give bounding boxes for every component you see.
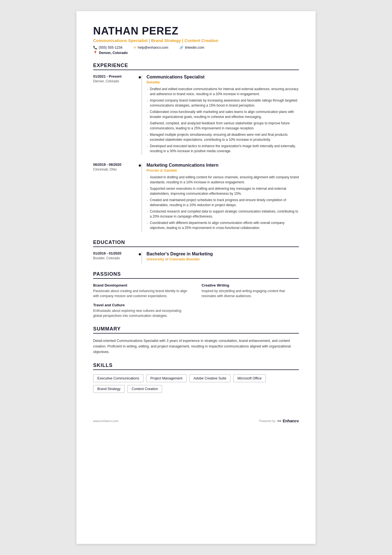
bullet: Assisted in drafting and editing content…	[147, 175, 299, 185]
job1-content: Communications Specialist Deloitte Draft…	[142, 75, 299, 155]
passions-grid: Brand Development Passionate about creat…	[93, 283, 299, 318]
timeline-dot	[139, 164, 141, 167]
bullet: Coordinated with different departments t…	[147, 220, 299, 230]
skill-tag-3: Adobe Creative Suite	[189, 374, 230, 382]
bullet: Conducted research and compiled data to …	[147, 209, 299, 219]
summary-text: Detail-oriented Communications Specialis…	[93, 338, 299, 355]
skill-tag-2: Project Management	[146, 374, 187, 382]
job2-company: Procter & Gamble	[147, 168, 299, 172]
job1-dates: 01/2021 - Present	[93, 75, 132, 78]
email-icon: ✉	[133, 46, 136, 50]
enhancv-brand-name: Enhancv	[283, 419, 299, 423]
phone-contact: 📞 (555) 555-1234	[93, 46, 122, 50]
email-contact: ✉ help@enhancv.com	[133, 46, 168, 50]
location: 📍 Denver, Colorado	[93, 51, 299, 55]
passion3-desc: Enthusiastic about exploring new culture…	[93, 308, 190, 318]
footer: www.enhancv.com Powered by ∾ Enhancv	[93, 415, 299, 424]
bullet: Improved company brand materials by incr…	[147, 98, 299, 108]
job1-location: Denver, Colorado	[93, 79, 132, 83]
summary-section-title: SUMMARY	[93, 326, 299, 334]
bullet: Supported senior executives in crafting …	[147, 186, 299, 196]
timeline-dot	[139, 253, 141, 255]
professional-title: Communications Specialist | Brand Strate…	[93, 38, 299, 43]
job2-location: Cincinnati, Ohio	[93, 167, 132, 171]
edu-content: Bachelor's Degree in Marketing Universit…	[142, 251, 299, 263]
full-name: NATHAN PEREZ	[93, 25, 299, 37]
skill-tag-6: Content Creation	[127, 385, 162, 393]
phone-icon: 📞	[93, 46, 97, 50]
powered-by-label: Powered by	[259, 419, 276, 423]
header: NATHAN PEREZ Communications Specialist |…	[93, 25, 299, 55]
experience-item-2: 06/2019 - 08/2020 Cincinnati, Ohio Marke…	[93, 163, 299, 232]
bullet: Collaborated cross-functionally with mar…	[147, 109, 299, 119]
email-address: help@enhancv.com	[138, 46, 168, 50]
job1-bullets: Drafted and edited executive communicati…	[147, 87, 299, 154]
linkedin-contact: 🔗 linkedin.com	[179, 46, 204, 50]
passions-section-title: PASSIONS	[93, 271, 299, 279]
experience-section: EXPERIENCE 01/2021 - Present Denver, Col…	[93, 63, 299, 232]
bullet: Created and maintained project schedules…	[147, 198, 299, 208]
edu-location: Boulder, Colorado	[93, 256, 132, 260]
footer-website: www.enhancv.com	[93, 419, 118, 423]
edu-degree: Bachelor's Degree in Marketing	[147, 251, 299, 256]
skills-grid: Executive Communications Project Managem…	[93, 374, 299, 393]
education-section: EDUCATION 01/2016 - 01/2020 Boulder, Col…	[93, 240, 299, 263]
location-icon: 📍	[93, 51, 98, 55]
timeline-dot	[139, 76, 141, 78]
summary-section: SUMMARY Detail-oriented Communications S…	[93, 326, 299, 355]
bullet: Drafted and edited executive communicati…	[147, 87, 299, 97]
job2-title: Marketing Communications Intern	[147, 163, 299, 168]
job2-bullets: Assisted in drafting and editing content…	[147, 175, 299, 230]
skill-tag-1: Executive Communications	[93, 374, 143, 382]
education-item-1: 01/2016 - 01/2020 Boulder, Colorado Bach…	[93, 251, 299, 263]
passion-item-3: Travel and Culture Enthusiastic about ex…	[93, 303, 190, 318]
bullet: Gathered, compiled, and analyzed feedbac…	[147, 121, 299, 131]
footer-brand: Powered by ∾ Enhancv	[259, 418, 299, 424]
phone-number: (555) 555-1234	[99, 46, 122, 50]
edu-institution: University of Colorado Boulder	[147, 257, 299, 261]
experience-item-1: 01/2021 - Present Denver, Colorado Commu…	[93, 75, 299, 155]
edu-dates: 01/2016 - 01/2020	[93, 251, 132, 255]
linkedin-url: linkedin.com	[185, 46, 204, 50]
job2-dates: 06/2019 - 08/2020	[93, 163, 132, 167]
passion-item-2: Creative Writing Inspired by storytellin…	[202, 283, 299, 299]
skill-tag-4: Microsoft Office	[233, 374, 266, 382]
passion-item-1: Brand Development Passionate about creat…	[93, 283, 190, 299]
experience-section-title: EXPERIENCE	[93, 63, 299, 70]
passion1-desc: Passionate about creating and enhancing …	[93, 288, 190, 299]
contact-info: 📞 (555) 555-1234 ✉ help@enhancv.com 🔗 li…	[93, 46, 299, 50]
education-section-title: EDUCATION	[93, 240, 299, 247]
skills-section-title: SKILLS	[93, 362, 299, 370]
passion2-title: Creative Writing	[202, 283, 299, 287]
bullet: Managed multiple projects simultaneously…	[147, 132, 299, 142]
job1-title: Communications Specialist	[147, 75, 299, 80]
job1-company: Deloitte	[147, 80, 299, 84]
passion3-title: Travel and Culture	[93, 303, 190, 307]
passion1-title: Brand Development	[93, 283, 190, 287]
skill-tag-5: Brand Strategy	[93, 385, 125, 393]
skills-section: SKILLS Executive Communications Project …	[93, 362, 299, 393]
linkedin-icon: 🔗	[179, 46, 183, 50]
resume-page: NATHAN PEREZ Communications Specialist |…	[76, 11, 316, 544]
passion2-desc: Inspired by storytelling and writing eng…	[202, 288, 299, 299]
job2-content: Marketing Communications Intern Procter …	[142, 163, 299, 232]
passions-section: PASSIONS Brand Development Passionate ab…	[93, 271, 299, 318]
enhancv-logo-icon: ∾	[277, 418, 281, 424]
bullet: Developed and executed tactics to enhanc…	[147, 144, 299, 154]
